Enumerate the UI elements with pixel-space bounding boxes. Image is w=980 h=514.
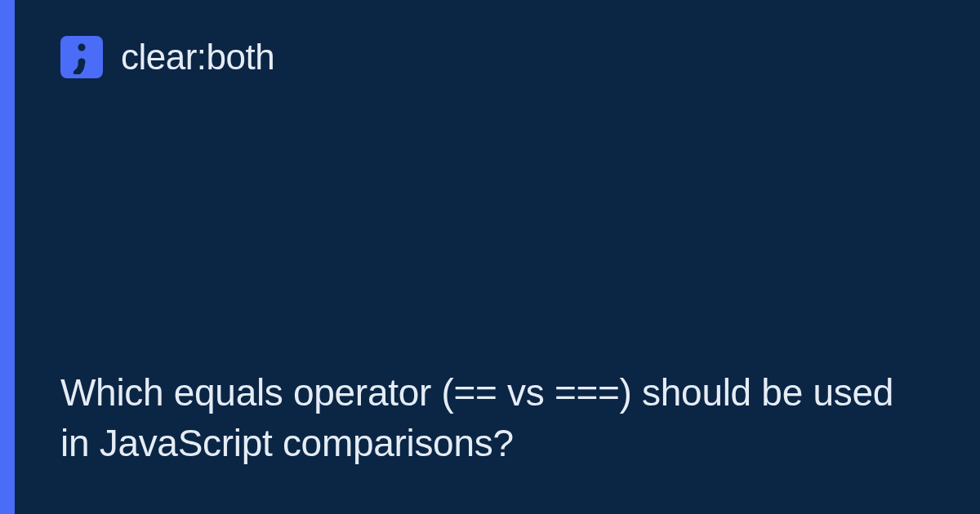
svg-point-0 [78, 44, 86, 51]
accent-bar [0, 0, 15, 514]
header: clear:both [60, 36, 931, 78]
brand-name: clear:both [121, 37, 274, 78]
semicolon-icon [69, 40, 94, 74]
page-title: Which equals operator (== vs ===) should… [60, 367, 893, 468]
content-area: clear:both Which equals operator (== vs … [15, 0, 980, 514]
logo-box [60, 36, 103, 78]
